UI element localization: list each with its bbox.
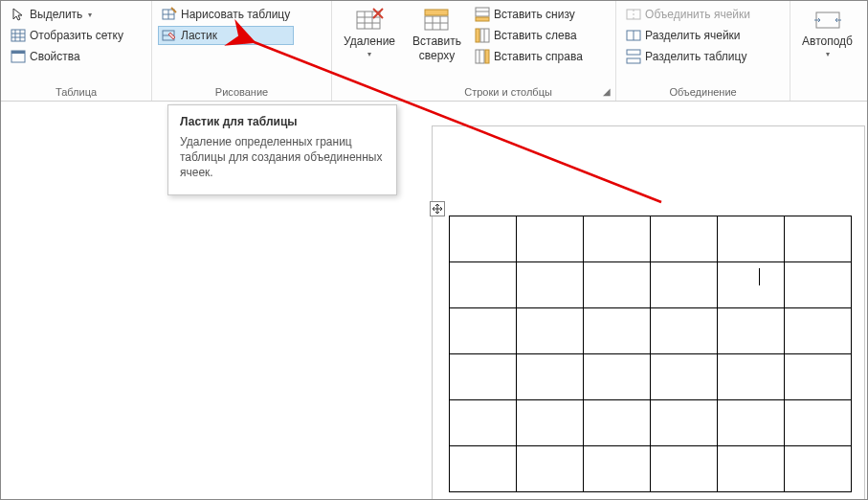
text-cursor <box>759 268 760 285</box>
table-cell[interactable] <box>785 216 852 262</box>
svg-rect-21 <box>425 10 448 15</box>
table-cell[interactable] <box>584 308 651 354</box>
draw-table-icon <box>162 7 177 22</box>
svg-rect-36 <box>627 58 640 63</box>
table-cell[interactable] <box>651 354 718 400</box>
table-cell[interactable] <box>517 400 584 446</box>
delete-icon <box>354 7 385 34</box>
split-cells-label: Разделить ячейки <box>645 29 741 42</box>
insert-below-icon <box>475 7 490 22</box>
chevron-down-icon: ▾ <box>88 11 92 19</box>
split-table-label: Разделить таблицу <box>645 50 746 63</box>
eraser-tooltip: Ластик для таблицы Удаление определенных… <box>167 104 397 195</box>
grid-icon <box>11 28 26 43</box>
table-cell[interactable] <box>785 446 852 492</box>
table-cell[interactable] <box>450 216 517 262</box>
group-rows-cols-label: Строки и столбцы <box>407 82 610 101</box>
svg-rect-0 <box>11 30 25 41</box>
properties-button[interactable]: Свойства <box>7 47 127 66</box>
table-cell[interactable] <box>584 262 651 308</box>
table-cell[interactable] <box>450 308 517 354</box>
delete-label: Удаление <box>344 35 395 48</box>
table-cell[interactable] <box>517 446 584 492</box>
group-merge: Объединить ячейки Разделить ячейки Разде… <box>616 1 790 101</box>
delete-button[interactable]: Удаление ▾ <box>338 5 401 60</box>
insert-right-button[interactable]: Вставить справа <box>471 47 587 66</box>
select-button[interactable]: Выделить ▾ <box>7 5 127 24</box>
insert-above-label-2: сверху <box>419 50 455 62</box>
group-table: Выделить ▾ Отобразить сетку Свойства Та <box>1 1 152 101</box>
group-rows-cols: Вставить сверху Вставить снизу Вставить … <box>401 1 616 101</box>
insert-above-button[interactable]: Вставить сверху <box>407 5 467 64</box>
table-cell[interactable] <box>584 354 651 400</box>
table-cell[interactable] <box>785 354 852 400</box>
svg-rect-6 <box>11 51 25 54</box>
autofit-button[interactable]: Автоподб ▾ <box>796 5 858 60</box>
table-cell[interactable] <box>718 308 785 354</box>
tooltip-body: Удаление определенных границ таблицы для… <box>180 134 385 181</box>
table-cell[interactable] <box>718 354 785 400</box>
draw-table-label: Нарисовать таблицу <box>181 8 290 21</box>
merge-cells-button[interactable]: Объединить ячейки <box>622 5 754 24</box>
group-table-label: Таблица <box>7 82 145 101</box>
insert-above-label-1: Вставить <box>412 35 461 48</box>
merge-cells-icon <box>626 7 641 22</box>
table-cell[interactable] <box>450 446 517 492</box>
table-cell[interactable] <box>517 216 584 262</box>
document-table[interactable] <box>449 216 852 492</box>
group-draw-label: Рисование <box>158 82 325 101</box>
table-cell[interactable] <box>517 308 584 354</box>
table-cell[interactable] <box>584 400 651 446</box>
table-cell[interactable] <box>718 446 785 492</box>
properties-icon <box>11 49 26 64</box>
draw-table-button[interactable]: Нарисовать таблицу <box>158 5 294 24</box>
table-cell[interactable] <box>584 446 651 492</box>
delete-wrap: Удаление ▾ <box>332 1 401 101</box>
dialog-launcher-icon[interactable]: ◢ <box>601 86 612 98</box>
table-cell[interactable] <box>450 354 517 400</box>
autofit-label: Автоподб <box>802 35 853 48</box>
eraser-label: Ластик <box>181 29 217 42</box>
table-cell[interactable] <box>584 216 651 262</box>
svg-rect-24 <box>476 17 489 21</box>
svg-rect-27 <box>476 29 479 42</box>
tooltip-title: Ластик для таблицы <box>180 115 385 128</box>
table-cell[interactable] <box>517 354 584 400</box>
view-gridlines-button[interactable]: Отобразить сетку <box>7 26 127 45</box>
table-move-handle[interactable] <box>430 201 445 216</box>
table-cell[interactable] <box>651 216 718 262</box>
ribbon: Выделить ▾ Отобразить сетку Свойства Та <box>1 1 867 102</box>
split-table-button[interactable]: Разделить таблицу <box>622 47 754 66</box>
insert-left-button[interactable]: Вставить слева <box>471 26 587 45</box>
table-cell[interactable] <box>651 262 718 308</box>
split-cells-button[interactable]: Разделить ячейки <box>622 26 754 45</box>
insert-below-label: Вставить снизу <box>494 8 575 21</box>
table-cell[interactable] <box>450 262 517 308</box>
table-cell[interactable] <box>785 262 852 308</box>
chevron-down-icon: ▾ <box>826 50 830 58</box>
table-cell[interactable] <box>785 400 852 446</box>
table-cell[interactable] <box>450 400 517 446</box>
eraser-icon <box>162 28 177 43</box>
properties-label: Свойства <box>30 50 80 63</box>
autofit-icon <box>812 7 843 34</box>
svg-rect-35 <box>627 50 640 55</box>
split-cells-icon <box>626 28 641 43</box>
table-cell[interactable] <box>785 308 852 354</box>
insert-below-button[interactable]: Вставить снизу <box>471 5 587 24</box>
group-draw: Нарисовать таблицу Ластик Рисование <box>152 1 332 101</box>
table-cell[interactable] <box>651 446 718 492</box>
insert-right-icon <box>475 49 490 64</box>
svg-rect-30 <box>485 50 489 63</box>
table-cell[interactable] <box>718 216 785 262</box>
merge-cells-label: Объединить ячейки <box>645 8 750 21</box>
group-autofit: Автоподб ▾ <box>790 1 864 101</box>
table-cell[interactable] <box>517 262 584 308</box>
table-cell[interactable] <box>651 400 718 446</box>
table-cell[interactable] <box>651 308 718 354</box>
table-cell[interactable] <box>718 262 785 308</box>
table-cell[interactable] <box>718 400 785 446</box>
view-gridlines-label: Отобразить сетку <box>30 29 123 42</box>
chevron-down-icon: ▾ <box>367 50 371 58</box>
eraser-button[interactable]: Ластик <box>158 26 294 45</box>
